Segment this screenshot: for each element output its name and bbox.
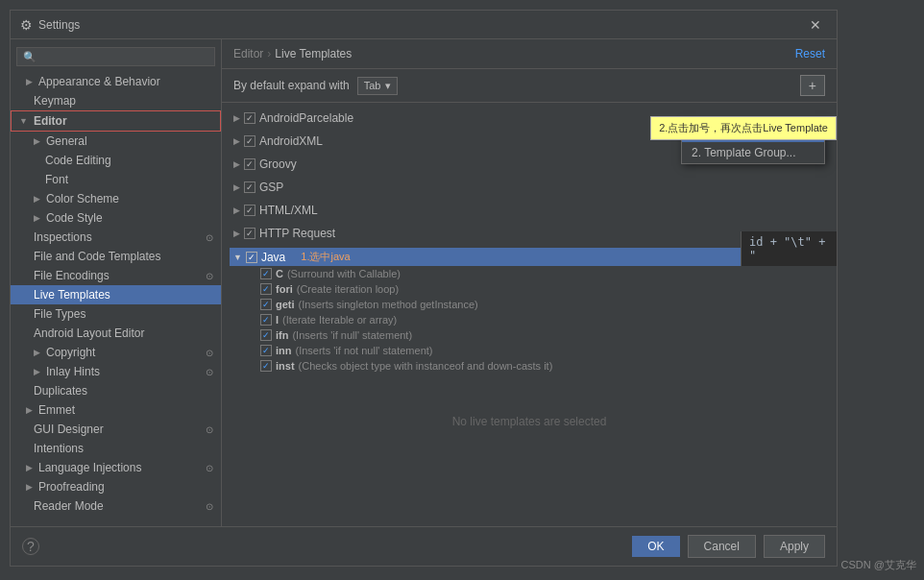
group-checkbox-htmlxml[interactable]: ✓ bbox=[244, 205, 255, 216]
main-header: Editor › Live Templates Reset bbox=[222, 39, 837, 69]
sidebar-item-duplicates[interactable]: Duplicates bbox=[11, 381, 221, 400]
sidebar-label: Appearance & Behavior bbox=[38, 75, 160, 88]
sidebar-label: File Encodings bbox=[34, 269, 109, 282]
dropdown-arrow-icon: ▾ bbox=[385, 80, 391, 92]
sidebar-label: Font bbox=[45, 173, 68, 186]
title-bar-left: ⚙ Settings bbox=[20, 17, 80, 33]
sidebar-label: Reader Mode bbox=[34, 499, 104, 513]
template-checkbox[interactable]: ✓ bbox=[260, 345, 272, 356]
add-template-button[interactable]: + bbox=[800, 75, 825, 96]
sidebar-item-reader-mode[interactable]: Reader Mode ⊙ bbox=[11, 496, 221, 516]
expand-with-dropdown[interactable]: Tab ▾ bbox=[357, 77, 398, 95]
sidebar-item-android-layout-editor[interactable]: Android Layout Editor bbox=[11, 324, 221, 343]
sidebar-item-emmet[interactable]: ▶ Emmet bbox=[11, 400, 221, 420]
sidebar-item-file-encodings[interactable]: File Encodings ⊙ bbox=[11, 266, 221, 285]
sidebar-item-code-editing[interactable]: Code Editing bbox=[11, 151, 221, 170]
template-desc: (Surround with Callable) bbox=[287, 268, 401, 279]
cancel-button[interactable]: Cancel bbox=[688, 535, 756, 558]
group-checkbox-androidxml[interactable]: ✓ bbox=[244, 135, 255, 147]
template-abbr: I bbox=[276, 314, 279, 326]
sidebar-item-color-scheme[interactable]: ▶ Color Scheme bbox=[11, 189, 221, 208]
sidebar-label: Language Injections bbox=[38, 461, 141, 474]
group-arrow-icon: ▶ bbox=[233, 205, 240, 215]
template-desc: (Create iteration loop) bbox=[297, 283, 399, 295]
sidebar-item-code-style[interactable]: ▶ Code Style bbox=[11, 208, 221, 228]
template-checkbox[interactable]: ✓ bbox=[260, 299, 272, 310]
search-input[interactable] bbox=[16, 47, 215, 66]
template-abbr: inst bbox=[276, 360, 295, 372]
dropdown-popup-item-template-group[interactable]: 2. Template Group... bbox=[682, 142, 824, 163]
sidebar-label: Duplicates bbox=[34, 384, 87, 398]
group-name: AndroidParcelable bbox=[259, 111, 353, 125]
template-abbr: C bbox=[276, 268, 283, 279]
group-checkbox-gsp[interactable]: ✓ bbox=[244, 181, 255, 193]
sidebar-item-appearance[interactable]: ▶ Appearance & Behavior bbox=[11, 72, 221, 91]
sidebar-label: Keymap bbox=[34, 94, 76, 108]
sidebar-item-file-types[interactable]: File Types bbox=[11, 304, 221, 324]
ok-button[interactable]: OK bbox=[632, 536, 679, 557]
sidebar-label: General bbox=[46, 134, 87, 148]
sidebar-item-intentions[interactable]: Intentions bbox=[11, 439, 221, 458]
sidebar-item-editor[interactable]: ▼ Editor bbox=[11, 110, 221, 132]
template-item-inn[interactable]: ✓ inn (Inserts 'if not null' statement) bbox=[230, 343, 829, 358]
content-area: ▶ Appearance & Behavior Keymap ▼ Editor … bbox=[11, 39, 837, 526]
sidebar-label: File and Code Templates bbox=[34, 250, 161, 263]
template-abbr: fori bbox=[276, 283, 293, 295]
sidebar-item-live-templates[interactable]: Live Templates bbox=[11, 285, 221, 304]
code-preview-text: id + "\t" + " bbox=[749, 235, 825, 262]
group-checkbox-androidparcelable[interactable]: ✓ bbox=[244, 112, 255, 124]
template-checkbox[interactable]: ✓ bbox=[260, 268, 272, 279]
template-checkbox[interactable]: ✓ bbox=[260, 360, 272, 372]
reset-button[interactable]: Reset bbox=[795, 47, 825, 60]
annotation-select-java: 1.选中java bbox=[301, 250, 350, 264]
close-button[interactable]: ✕ bbox=[804, 15, 827, 35]
template-checkbox[interactable]: ✓ bbox=[260, 283, 272, 295]
template-checkbox[interactable]: ✓ bbox=[260, 329, 272, 341]
group-checkbox-http-request[interactable]: ✓ bbox=[244, 228, 255, 239]
template-desc: (Checks object type with instanceof and … bbox=[299, 360, 553, 372]
template-item-fori[interactable]: ✓ fori (Create iteration loop) bbox=[230, 281, 829, 297]
template-item-inst[interactable]: ✓ inst (Checks object type with instance… bbox=[230, 358, 829, 374]
group-header-htmlxml[interactable]: ▶ ✓ HTML/XML bbox=[230, 202, 829, 219]
dialog-title: Settings bbox=[38, 18, 80, 32]
expand-arrow-icon: ▶ bbox=[34, 367, 40, 376]
template-abbr: geti bbox=[276, 299, 295, 310]
template-item-geti[interactable]: ✓ geti (Inserts singleton method getInst… bbox=[230, 297, 829, 312]
group-checkbox-groovy[interactable]: ✓ bbox=[244, 158, 255, 170]
template-item-ifn[interactable]: ✓ ifn (Inserts 'if null' statement) bbox=[230, 327, 829, 343]
sidebar-item-keymap[interactable]: Keymap bbox=[11, 91, 221, 110]
template-item-i[interactable]: ✓ I (Iterate Iterable or array) bbox=[230, 312, 829, 327]
sidebar: ▶ Appearance & Behavior Keymap ▼ Editor … bbox=[11, 39, 222, 526]
sidebar-item-file-code-templates[interactable]: File and Code Templates bbox=[11, 247, 221, 266]
sidebar-label: GUI Designer bbox=[34, 423, 104, 436]
sidebar-item-inspections[interactable]: Inspections ⊙ bbox=[11, 228, 221, 247]
sidebar-item-proofreading[interactable]: ▶ Proofreading bbox=[11, 477, 221, 496]
breadcrumb-current: Live Templates bbox=[275, 47, 352, 60]
group-header-gsp[interactable]: ▶ ✓ GSP bbox=[230, 179, 829, 196]
sidebar-item-language-injections[interactable]: ▶ Language Injections ⊙ bbox=[11, 458, 221, 477]
template-abbr: inn bbox=[276, 345, 292, 356]
badge-icon: ⊙ bbox=[206, 271, 213, 281]
title-bar: ⚙ Settings ✕ bbox=[11, 11, 837, 39]
breadcrumb: Editor › Live Templates bbox=[233, 47, 352, 60]
sidebar-item-general[interactable]: ▶ General bbox=[11, 132, 221, 151]
sidebar-label: Copyright bbox=[46, 346, 95, 359]
sidebar-item-copyright[interactable]: ▶ Copyright ⊙ bbox=[11, 343, 221, 362]
sidebar-item-font[interactable]: Font bbox=[11, 170, 221, 189]
help-icon[interactable]: ? bbox=[22, 538, 39, 555]
sidebar-item-inlay-hints[interactable]: ▶ Inlay Hints ⊙ bbox=[11, 362, 221, 381]
popup-item-label: 2. Template Group... bbox=[692, 146, 796, 159]
group-checkbox-java[interactable]: ✓ bbox=[246, 252, 257, 263]
sidebar-item-gui-designer[interactable]: GUI Designer ⊙ bbox=[11, 420, 221, 439]
footer: ? OK Cancel Apply bbox=[11, 526, 837, 566]
group-arrow-icon: ▶ bbox=[233, 229, 240, 238]
no-selection-message: No live templates are selected bbox=[222, 415, 837, 428]
annotation-tooltip: 2.点击加号，再次点击Live Template bbox=[650, 116, 837, 140]
toolbar: By default expand with Tab ▾ + bbox=[222, 69, 837, 103]
apply-button[interactable]: Apply bbox=[764, 535, 825, 558]
template-item-c[interactable]: ✓ C (Surround with Callable) bbox=[230, 266, 829, 281]
group-header-http-request[interactable]: ▶ ✓ HTTP Request bbox=[230, 225, 829, 242]
template-checkbox[interactable]: ✓ bbox=[260, 314, 272, 326]
expand-arrow-icon: ▶ bbox=[26, 463, 33, 472]
group-header-java[interactable]: ▼ ✓ Java 1.选中java bbox=[230, 248, 829, 266]
